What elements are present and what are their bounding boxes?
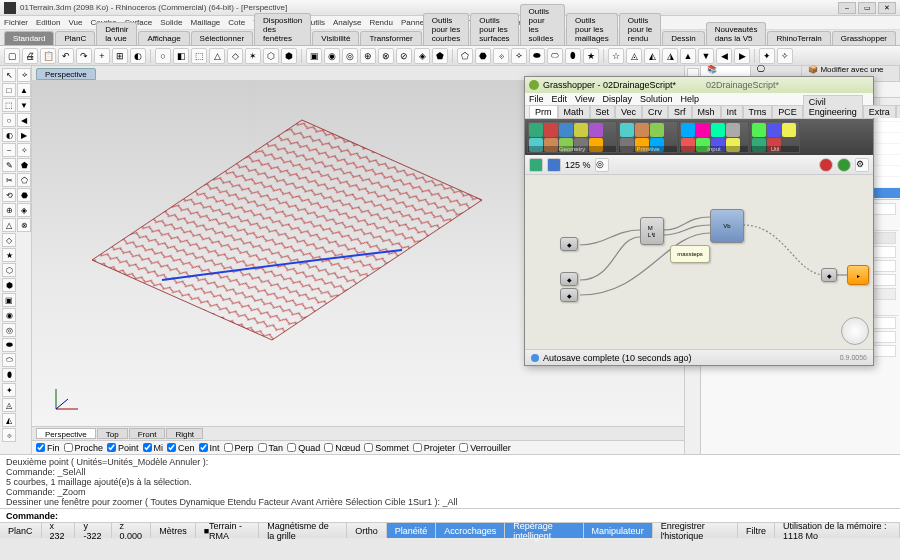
ribbon-tab[interactable]: Outils pour les surfaces [470,13,518,45]
osnap-proche[interactable]: Proche [64,443,104,453]
gh-component-button[interactable] [711,123,725,137]
toolbar-button[interactable]: ★ [583,48,599,64]
tool-button[interactable]: ✎ [2,158,16,172]
status-units[interactable]: Mètres [151,523,196,538]
gh-canvas[interactable]: ◆ ◆ ◆ ML↯ maxsteps Vb ◆ ▸ [525,175,873,349]
gh-tab[interactable]: Civil Engineering [803,95,863,118]
toolbar-button[interactable]: 📋 [40,48,56,64]
tool-button[interactable]: □ [2,83,16,97]
tool-button[interactable]: ✧ [17,143,31,157]
toolbar-button[interactable]: ⬭ [547,48,563,64]
status-toggle[interactable]: Planéité [387,523,437,538]
menu-solide[interactable]: Solide [160,18,182,27]
menu-vue[interactable]: Vue [68,18,82,27]
ribbon-tab[interactable]: Outils pour les courbes [423,13,470,45]
gh-tab[interactable]: Set [590,105,616,118]
gh-component-button[interactable] [752,123,766,137]
ribbon-tab[interactable]: Grasshopper [832,31,896,45]
gh-component-output[interactable]: ▸ [847,265,869,285]
recompute-icon[interactable] [837,158,851,172]
tool-button[interactable]: ✂ [2,173,16,187]
tool-button[interactable]: ○ [2,113,16,127]
toolbar-button[interactable]: ◭ [644,48,660,64]
status-toggle[interactable]: Repérage intelligent [505,523,583,538]
gh-component-button[interactable] [559,123,573,137]
toolbar-button[interactable]: ⬚ [191,48,207,64]
ribbon-tab[interactable]: Sélectionner [191,31,253,45]
toolbar-button[interactable]: ⊘ [396,48,412,64]
gh-component-drainage[interactable]: Vb [710,209,744,243]
osnap-tan[interactable]: Tan [258,443,284,453]
osnap-quad[interactable]: Quad [287,443,320,453]
grasshopper-window[interactable]: Grasshopper - 02DrainageScript* 02Draina… [524,76,874,366]
osnap-point[interactable]: Point [107,443,139,453]
toolbar-button[interactable]: ▣ [306,48,322,64]
gh-param-mesh[interactable]: ◆ [560,237,578,251]
view-tab-top[interactable]: Top [97,428,128,439]
tool-button[interactable]: ⊕ [2,203,16,217]
tool-button[interactable]: ◬ [2,398,16,412]
tool-button[interactable]: ⬢ [2,278,16,292]
gh-titlebar[interactable]: Grasshopper - 02DrainageScript* 02Draina… [525,77,873,93]
gh-tab[interactable]: Crv [642,105,668,118]
gh-param-number2[interactable]: ◆ [560,288,578,302]
toolbar-button[interactable]: ◎ [342,48,358,64]
menu-fichier[interactable]: Fichier [4,18,28,27]
viewport-tab-perspective[interactable]: Perspective [36,68,96,80]
menu-maillage[interactable]: Maillage [191,18,221,27]
tool-button[interactable]: ⬮ [2,368,16,382]
tool-button[interactable]: ⬠ [17,173,31,187]
tool-button[interactable]: ◐ [2,128,16,142]
toolbar-button[interactable]: ▼ [698,48,714,64]
toolbar-button[interactable]: ⬢ [281,48,297,64]
toolbar-button[interactable]: + [94,48,110,64]
toolbar-button[interactable]: ▢ [4,48,20,64]
ribbon-tab[interactable]: Dessin [662,31,704,45]
toolbar-button[interactable]: ◉ [324,48,340,64]
ribbon-tab[interactable]: Standard [4,31,54,45]
ribbon-tab[interactable]: Définir la vue [96,22,137,45]
gh-tab[interactable]: Msh [692,105,721,118]
toolbar-button[interactable]: ◐ [130,48,146,64]
tool-button[interactable]: ◀ [17,113,31,127]
tool-button[interactable]: ⬡ [2,263,16,277]
osnap-cen[interactable]: Cen [167,443,195,453]
tool-button[interactable]: ▼ [17,98,31,112]
ribbon-tab[interactable]: Affichage [138,31,189,45]
osnap-projeter[interactable]: Projeter [413,443,456,453]
tool-button[interactable]: ▲ [17,83,31,97]
gh-tab[interactable]: Math [558,105,590,118]
gh-component-button[interactable] [767,123,781,137]
gh-menu-item[interactable]: Solution [640,94,673,104]
status-plane[interactable]: PlanC [0,523,42,538]
ribbon-tab[interactable]: PlanC [55,31,95,45]
status-y[interactable]: y -322 [75,523,111,538]
view-tab-perspective[interactable]: Perspective [36,428,96,439]
toolbar-button[interactable]: ✧ [777,48,793,64]
gh-menu-item[interactable]: File [529,94,544,104]
ribbon-tab[interactable]: Transformer [360,31,421,45]
tool-button[interactable]: ◇ [2,233,16,247]
gh-panel-maxsteps[interactable]: maxsteps [670,245,710,263]
gh-component-button[interactable] [544,123,558,137]
view-tab-front[interactable]: Front [129,428,166,439]
toolbar-button[interactable]: ⟐ [493,48,509,64]
gh-component-button[interactable] [635,123,649,137]
status-x[interactable]: x 232 [42,523,76,538]
tool-button[interactable]: ↖ [2,68,16,82]
toolbar-button[interactable]: ⬣ [475,48,491,64]
toolbar-button[interactable]: ↷ [76,48,92,64]
status-z[interactable]: z 0.000 [112,523,152,538]
toolbar-button[interactable]: ⬡ [263,48,279,64]
status-toggle[interactable]: Manipulateur [584,523,653,538]
osnap-fin[interactable]: Fin [36,443,60,453]
toolbar-button[interactable]: ⬮ [565,48,581,64]
status-toggle[interactable]: Filtre [738,523,775,538]
gh-menu-item[interactable]: Display [602,94,632,104]
gh-component-button[interactable] [589,123,603,137]
ribbon-tab[interactable]: RhinoTerrain [767,31,830,45]
tool-button[interactable]: ⬬ [2,338,16,352]
toolbar-button[interactable]: △ [209,48,225,64]
status-toggle[interactable]: Accrochages [436,523,505,538]
toolbar-button[interactable]: ◇ [227,48,243,64]
